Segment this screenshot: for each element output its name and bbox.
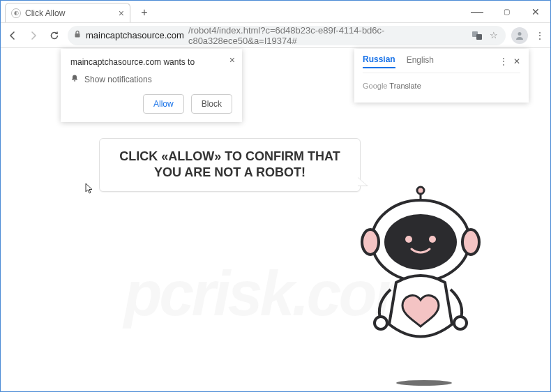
svg-point-10 — [384, 214, 457, 270]
omnibox-actions: ☆ — [471, 29, 500, 42]
cursor-icon — [85, 183, 95, 196]
back-button[interactable] — [5, 28, 20, 43]
translate-tab-russian[interactable]: Russian — [363, 54, 395, 68]
toolbar: maincaptchasource.com/robot4/index.html?… — [1, 23, 550, 48]
svg-point-12 — [429, 236, 436, 243]
svg-point-13 — [375, 317, 387, 329]
translate-popup: Russian English ⋮ ✕ Google Translate — [354, 49, 529, 103]
new-tab-button[interactable]: + — [136, 4, 153, 21]
permission-prompt: Show notifications — [84, 75, 152, 84]
allow-button[interactable]: Allow — [143, 94, 184, 114]
robot-shadow — [396, 380, 452, 386]
translate-icon[interactable] — [471, 29, 483, 42]
block-button[interactable]: Block — [191, 94, 232, 114]
bell-icon — [70, 74, 79, 84]
translate-brand: Google Translate — [363, 82, 520, 90]
svg-point-11 — [405, 236, 412, 243]
close-icon[interactable]: ✕ — [513, 56, 520, 66]
reload-button[interactable] — [47, 28, 62, 43]
translate-tab-english[interactable]: English — [407, 55, 434, 68]
profile-button[interactable] — [511, 27, 528, 44]
tab-click-allow[interactable]: ◐ Click Allow × — [5, 3, 130, 22]
robot-illustration — [347, 185, 494, 380]
lock-icon — [73, 30, 82, 40]
url-host: maincaptchasource.com — [86, 30, 184, 40]
notification-permission-popup: × maincaptchasource.com wants to Show no… — [61, 49, 242, 122]
globe-icon: ◐ — [11, 8, 21, 18]
address-bar[interactable]: maincaptchasource.com/robot4/index.html?… — [68, 26, 506, 45]
bubble-text: CLICK «ALLOW» TO CONFIRM THAT YOU ARE NO… — [111, 149, 349, 181]
svg-point-6 — [417, 187, 424, 194]
permission-site-line: maincaptchasource.com wants to — [70, 57, 232, 67]
kebab-icon[interactable]: ⋮ — [499, 56, 508, 66]
svg-point-9 — [462, 229, 479, 255]
close-icon[interactable]: × — [229, 54, 235, 66]
tab-title: Click Allow — [25, 8, 65, 18]
tab-strip: ◐ Click Allow × + — [1, 1, 462, 22]
star-icon[interactable]: ☆ — [488, 29, 500, 42]
minimize-button[interactable]: — — [462, 1, 492, 22]
page-viewport: pcrisk.com × maincaptchasource.com wants… — [1, 49, 550, 391]
speech-bubble: CLICK «ALLOW» TO CONFIRM THAT YOU ARE NO… — [99, 138, 361, 192]
close-icon[interactable]: × — [119, 8, 124, 19]
title-bar: ◐ Click Allow × + — ▢ ✕ — [1, 1, 550, 23]
browser-window: ◐ Click Allow × + — ▢ ✕ maincaptchasourc… — [0, 0, 551, 392]
url-path: /robot4/index.html?c=6d48b23c-e89f-4114-… — [188, 26, 467, 45]
svg-rect-4 — [74, 80, 75, 81]
window-controls: — ▢ ✕ — [462, 1, 550, 22]
svg-point-3 — [518, 32, 522, 36]
svg-rect-0 — [75, 33, 80, 38]
svg-rect-2 — [476, 34, 482, 40]
maximize-button[interactable]: ▢ — [492, 1, 521, 22]
forward-button[interactable] — [26, 28, 41, 43]
close-window-button[interactable]: ✕ — [521, 1, 550, 22]
svg-point-14 — [454, 317, 467, 329]
chrome-menu-button[interactable]: ⋮ — [534, 30, 546, 41]
svg-point-8 — [362, 229, 379, 255]
